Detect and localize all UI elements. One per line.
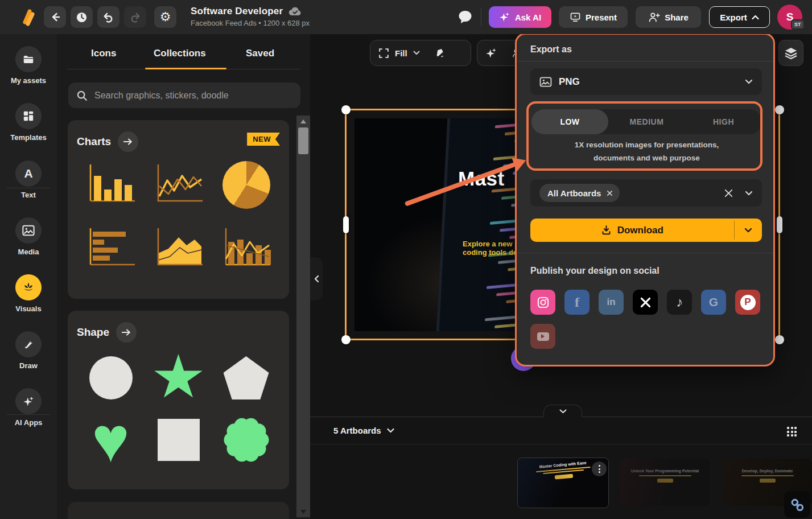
history-button[interactable] [71,6,93,28]
x-icon[interactable] [633,290,658,315]
thumbnail-button-bar [657,479,673,483]
pen-icon [23,339,35,351]
fit-screen-icon[interactable] [378,48,389,59]
linkedin-icon[interactable]: in [599,290,624,315]
sidebar-item-media[interactable]: Media [0,217,57,256]
chip-remove-icon[interactable] [607,190,613,196]
shape-see-all-button[interactable] [116,322,137,343]
tab-icons[interactable]: Icons [91,48,116,59]
sidebar-label: Media [18,248,39,256]
chat-bubble-icon [457,10,473,24]
app-logo[interactable] [18,7,38,27]
media-image-icon [22,225,35,236]
panel-scrollbar[interactable] [296,116,310,517]
chevron-down-icon[interactable] [413,51,420,55]
google-icon[interactable]: G [701,290,726,315]
sparkle-icon[interactable] [485,47,497,59]
pie-chart-asset[interactable] [222,161,270,209]
sidebar-item-visuals[interactable]: Visuals [0,274,57,313]
artboards-select[interactable]: All Artboards [530,179,762,207]
layers-button[interactable] [778,40,803,66]
artboards-dropdown[interactable]: 5 Artboards [333,426,394,435]
assets-panel: Icons Collections Saved Charts NEW [57,34,310,519]
document-title[interactable]: Software Developer [191,6,283,17]
instagram-icon[interactable] [530,290,555,315]
tab-saved[interactable]: Saved [246,48,274,59]
star-shape-asset[interactable] [154,354,204,402]
present-button[interactable]: Present [559,6,628,28]
bottom-panel-collapse[interactable] [543,405,582,417]
undo-button[interactable] [97,6,119,28]
youtube-icon[interactable] [530,324,555,349]
search-input[interactable] [93,90,292,101]
download-icon [601,225,612,236]
ask-ai-button[interactable]: Ask AI [489,6,551,28]
selection-handle-top-right[interactable] [775,105,784,114]
hbar-chart-asset[interactable] [85,225,137,273]
thumbnails-divider [310,444,812,444]
grid-view-button[interactable] [787,427,797,436]
zoom-mode-label[interactable]: Fill [395,48,407,58]
panel-collapse-handle[interactable] [310,257,323,300]
square-shape-asset[interactable] [158,419,200,461]
selection-handle-top-left[interactable] [341,105,351,114]
all-artboards-chip[interactable]: All Artboards [539,184,620,202]
search-bar[interactable] [68,83,300,108]
heart-shape-asset[interactable]: ♥ [92,416,130,464]
tab-collections[interactable]: Collections [154,48,206,59]
combo-chart-asset[interactable] [220,225,273,273]
clear-selection-icon[interactable] [724,188,733,198]
comments-button[interactable] [457,10,473,24]
quality-option-high[interactable]: HIGH [685,109,762,134]
scroll-up-arrow[interactable] [300,120,306,123]
back-button[interactable] [44,6,66,28]
thumbnail-menu-button[interactable] [592,462,607,476]
scrollbar-thumb[interactable] [298,127,308,154]
selection-handle-right[interactable] [777,216,782,233]
chevron-down-icon[interactable] [745,191,753,196]
tiktok-icon[interactable]: ♪ [667,290,692,315]
pentagon-shape-asset[interactable] [224,356,269,399]
publish-label: Publish your design on social [530,266,660,276]
circle-shape-asset[interactable] [89,356,133,399]
link-button[interactable] [784,491,810,518]
redo-button[interactable] [124,6,146,28]
thumbnail-button-bar [760,479,776,483]
facebook-icon[interactable]: f [564,290,590,315]
account-avatar[interactable]: S ST [777,5,802,30]
sidebar-item-text[interactable]: A Text [0,160,57,199]
top-bar: ⚙ Software Developer Facebook Feed Ads •… [0,0,812,34]
quality-segmented-control: LOW MEDIUM HIGH [531,109,762,134]
flower-shape-asset[interactable] [222,415,271,464]
format-select[interactable]: PNG [530,68,762,95]
bar-chart-asset[interactable] [85,161,137,209]
sidebar-item-draw[interactable]: Draw [0,331,57,370]
export-button[interactable]: Export [709,6,770,28]
artboard-thumbnail-2[interactable]: Unlock Your Programming Potential [620,459,710,506]
share-button[interactable]: Share [636,6,701,28]
area-chart-asset[interactable] [152,225,205,273]
selection-handle-left[interactable] [343,216,349,233]
download-button[interactable]: Download [530,219,734,242]
download-options-button[interactable] [735,219,762,242]
scroll-down-arrow[interactable] [300,510,306,514]
sidebar-item-my-assets[interactable]: My assets [0,46,57,85]
pinterest-icon[interactable]: P [735,290,760,315]
quality-description-line1: 1X resolution images for presentations, [531,141,762,149]
quality-option-low[interactable]: LOW [531,109,608,134]
settings-button[interactable]: ⚙ [154,6,176,28]
sidebar-label: My assets [11,76,46,85]
line-chart-asset[interactable] [152,161,205,209]
visuals-lotus-icon [22,281,35,294]
folder-icon [22,53,35,65]
templates-icon [23,110,34,122]
quality-description-line2: documents and web purpose [531,154,762,162]
quality-option-medium[interactable]: MEDIUM [608,109,685,134]
sidebar-item-templates[interactable]: Templates [0,103,57,142]
selection-handle-bottom-left[interactable] [341,335,351,344]
selection-handle-bottom-right[interactable] [775,335,784,344]
page-flip-icon[interactable] [434,47,445,59]
charts-see-all-button[interactable] [118,131,138,152]
document-subtitle: Facebook Feed Ads • 1200 x 628 px [191,19,310,27]
sidebar-item-ai-apps[interactable]: AI Apps [0,388,57,427]
